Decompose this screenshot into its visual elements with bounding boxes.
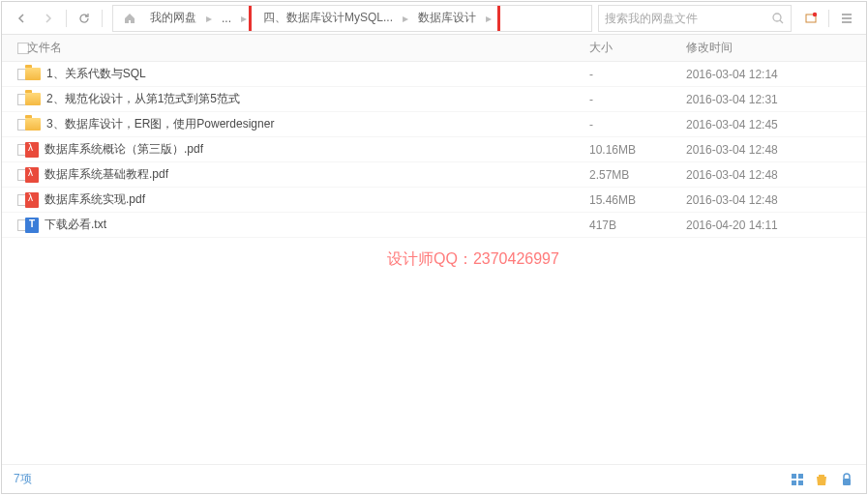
file-name-label: 数据库系统概论（第三版）.pdf <box>45 141 203 158</box>
file-row[interactable]: 数据库系统基础教程.pdf2.57MB2016-03-04 12:48 <box>2 162 866 188</box>
folder-icon <box>25 93 41 105</box>
grid-view-icon[interactable] <box>791 473 804 486</box>
folder-icon <box>25 118 41 131</box>
column-header-row: 文件名 大小 修改时间 <box>2 35 866 62</box>
file-size: 15.46MB <box>589 193 686 207</box>
file-name[interactable]: 1、关系代数与SQL <box>23 66 589 82</box>
file-time: 2016-04-20 14:11 <box>686 218 866 232</box>
status-bar: 7项 <box>2 464 866 493</box>
nav-back-button[interactable] <box>8 6 35 31</box>
item-count: 7项 <box>14 471 32 487</box>
menu-button[interactable] <box>833 6 860 31</box>
file-time: 2016-03-04 12:48 <box>686 168 866 182</box>
column-time-header[interactable]: 修改时间 <box>686 40 866 56</box>
file-name-label: 下载必看.txt <box>45 217 106 233</box>
svg-rect-4 <box>798 474 803 479</box>
lock-icon[interactable] <box>839 472 854 487</box>
breadcrumb-root[interactable]: 我的网盘 <box>142 6 204 31</box>
folder-icon <box>25 68 41 80</box>
svg-point-2 <box>813 12 817 15</box>
file-size: - <box>589 118 686 131</box>
chevron-right-icon: ▸ <box>239 12 249 25</box>
svg-rect-5 <box>792 480 796 485</box>
file-name-label: 3、数据库设计，ER图，使用Powerdesigner <box>46 116 274 132</box>
breadcrumb-ellipsis[interactable]: ... <box>214 6 239 31</box>
file-time: 2016-03-04 12:48 <box>686 193 866 207</box>
file-name-label: 数据库系统实现.pdf <box>45 191 145 208</box>
column-name-header[interactable]: 文件名 <box>23 40 589 56</box>
file-time: 2016-03-04 12:45 <box>686 118 866 131</box>
search-icon[interactable] <box>771 12 785 25</box>
file-name[interactable]: 2、规范化设计，从第1范式到第5范式 <box>23 91 589 107</box>
chevron-right-icon: ▸ <box>484 12 494 25</box>
file-row[interactable]: 下载必看.txt417B2016-04-20 14:11 <box>2 213 866 238</box>
svg-rect-6 <box>798 480 803 485</box>
file-size: - <box>589 93 686 106</box>
search-input[interactable] <box>605 12 771 25</box>
pdf-icon <box>25 167 39 183</box>
pdf-icon <box>25 192 39 208</box>
file-row[interactable]: 1、关系代数与SQL-2016-03-04 12:14 <box>2 62 866 87</box>
file-size: - <box>589 68 686 81</box>
file-size: 2.57MB <box>589 168 686 182</box>
file-row[interactable]: 数据库系统实现.pdf15.46MB2016-03-04 12:48 <box>2 188 866 213</box>
breadcrumb-bar: 我的网盘 ▸ ... ▸ 四、数据库设计MySQL... ▸ 数据库设计 ▸ <box>112 5 592 32</box>
svg-rect-3 <box>792 474 796 479</box>
breadcrumb-highlight: 四、数据库设计MySQL... ▸ 数据库设计 ▸ <box>249 5 500 32</box>
search-box[interactable] <box>598 5 792 32</box>
file-size: 10.16MB <box>589 143 686 157</box>
file-name[interactable]: 数据库系统概论（第三版）.pdf <box>23 141 589 158</box>
transfer-button[interactable] <box>797 6 824 31</box>
file-name-label: 1、关系代数与SQL <box>46 66 146 82</box>
refresh-button[interactable] <box>71 6 98 31</box>
file-time: 2016-03-04 12:31 <box>686 93 866 106</box>
txt-icon <box>25 218 39 233</box>
recycle-bin-icon[interactable] <box>814 472 829 487</box>
file-size: 417B <box>589 218 686 232</box>
file-name[interactable]: 数据库系统实现.pdf <box>23 191 589 208</box>
file-time: 2016-03-04 12:48 <box>686 143 866 157</box>
svg-rect-7 <box>843 479 851 485</box>
file-name[interactable]: 数据库系统基础教程.pdf <box>23 166 589 183</box>
file-row[interactable]: 2、规范化设计，从第1范式到第5范式-2016-03-04 12:31 <box>2 87 866 112</box>
svg-point-0 <box>773 14 781 21</box>
file-name[interactable]: 3、数据库设计，ER图，使用Powerdesigner <box>23 116 589 132</box>
chevron-right-icon: ▸ <box>204 12 214 25</box>
nav-forward-button[interactable] <box>35 6 62 31</box>
file-name[interactable]: 下载必看.txt <box>23 217 589 233</box>
breadcrumb-current[interactable]: 数据库设计 <box>410 5 484 32</box>
column-size-header[interactable]: 大小 <box>589 40 686 56</box>
file-row[interactable]: 3、数据库设计，ER图，使用Powerdesigner-2016-03-04 1… <box>2 112 866 137</box>
file-name-label: 数据库系统基础教程.pdf <box>45 166 168 183</box>
toolbar: 我的网盘 ▸ ... ▸ 四、数据库设计MySQL... ▸ 数据库设计 ▸ <box>2 2 866 35</box>
file-list: 1、关系代数与SQL-2016-03-04 12:142、规范化设计，从第1范式… <box>2 62 866 464</box>
pdf-icon <box>25 142 39 158</box>
home-icon[interactable] <box>117 12 142 25</box>
file-time: 2016-03-04 12:14 <box>686 68 866 81</box>
file-name-label: 2、规范化设计，从第1范式到第5范式 <box>46 91 240 107</box>
breadcrumb-mid[interactable]: 四、数据库设计MySQL... <box>255 5 401 32</box>
chevron-right-icon: ▸ <box>401 12 410 25</box>
file-row[interactable]: 数据库系统概论（第三版）.pdf10.16MB2016-03-04 12:48 <box>2 137 866 162</box>
